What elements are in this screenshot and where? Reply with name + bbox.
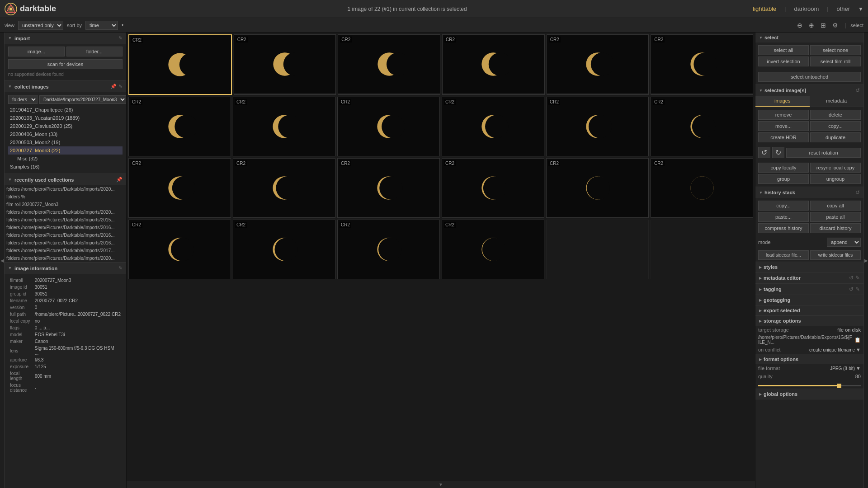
folder-item[interactable]: Misc (32): [8, 155, 123, 163]
invert-selection-btn[interactable]: invert selection: [758, 56, 809, 66]
recently-used-header[interactable]: ▼ recently used collections 📌: [5, 174, 126, 185]
recent-item[interactable]: folders /home/piero/Pictures/Darktable/I…: [5, 231, 126, 239]
image-cell[interactable]: CR2: [233, 97, 335, 156]
reset-rotation-btn[interactable]: reset rotation: [786, 148, 861, 158]
recent-item[interactable]: folders /home/piero/Pictures/Darktable/I…: [5, 254, 126, 262]
recent-item[interactable]: folders /home/piero/Pictures/Darktable/I…: [5, 185, 126, 193]
collect-header[interactable]: ▼ collect images 📌 ✎: [5, 81, 126, 92]
image-cell[interactable]: CR2: [442, 158, 544, 218]
recent-item[interactable]: folders %: [5, 193, 126, 201]
move-btn[interactable]: move...: [758, 121, 809, 131]
format-options-header[interactable]: ▶ format options: [755, 354, 863, 364]
image-cell[interactable]: CR2: [546, 97, 649, 156]
create-hdr-btn[interactable]: create HDR: [758, 132, 809, 142]
import-header[interactable]: ▼ import ✎: [5, 33, 126, 44]
image-cell[interactable]: CR2: [337, 97, 440, 156]
zoom-out-btn[interactable]: ⊖: [795, 21, 804, 30]
tagging-header[interactable]: ▶ tagging ↺ ✎: [755, 284, 863, 295]
quality-slider[interactable]: [758, 385, 861, 386]
image-cell[interactable]: CR2: [651, 97, 753, 156]
discard-history-btn[interactable]: discard history: [810, 223, 861, 233]
tab-images[interactable]: images: [755, 96, 810, 107]
remove-btn[interactable]: remove: [758, 110, 809, 120]
select-all-btn[interactable]: select all: [758, 45, 809, 55]
selected-images-header[interactable]: ▼ selected image[s] ↺: [755, 85, 863, 96]
group-btn[interactable]: group: [758, 174, 809, 184]
paste-btn[interactable]: paste...: [758, 212, 809, 222]
bottom-arrow[interactable]: ▼: [127, 481, 755, 488]
image-cell[interactable]: CR2: [233, 158, 335, 218]
recent-item[interactable]: folders /home/piero/Pictures/Darktable/I…: [5, 247, 126, 254]
sort-dropdown[interactable]: time filename rating: [85, 21, 118, 30]
copy-all-btn[interactable]: copy all: [810, 201, 861, 211]
rotate-left-btn[interactable]: ↺: [758, 147, 770, 158]
history-stack-header[interactable]: ▼ history stack ↺: [755, 187, 863, 198]
import-image-btn[interactable]: image...: [8, 47, 65, 56]
select-film-roll-btn[interactable]: select film roll: [810, 56, 861, 66]
nav-other[interactable]: other: [833, 4, 854, 14]
image-cell[interactable]: CR2: [128, 34, 232, 95]
select-untouched-btn[interactable]: select untouched: [758, 72, 861, 82]
image-cell[interactable]: CR2: [547, 34, 649, 95]
metadata-editor-header[interactable]: ▶ metadata editor ↺ ✎: [755, 272, 863, 283]
copy-history-btn[interactable]: copy...: [758, 201, 809, 211]
recent-item[interactable]: folders /home/piero/Pictures/Darktable/I…: [5, 239, 126, 247]
image-cell[interactable]: [546, 220, 649, 279]
recent-item[interactable]: folders /home/piero/Pictures/Darktable/I…: [5, 216, 126, 224]
image-cell[interactable]: CR2: [233, 220, 335, 279]
folder-item[interactable]: 20200129_Clavius2020 (25): [8, 122, 123, 130]
image-cell[interactable]: CR2: [442, 220, 544, 279]
rotate-right-btn[interactable]: ↻: [772, 147, 784, 158]
geotagging-header[interactable]: ▶ geotagging: [755, 295, 863, 305]
image-cell[interactable]: [651, 220, 753, 279]
image-cell[interactable]: CR2: [651, 34, 753, 95]
left-collapse-btn[interactable]: ◀: [0, 33, 5, 488]
image-cell[interactable]: CR2: [651, 158, 753, 218]
ungroup-btn[interactable]: ungroup: [810, 174, 861, 184]
file-format-dropdown-icon[interactable]: ▼: [856, 366, 861, 371]
filter-dropdown[interactable]: unstarred only all starred rejected: [18, 21, 63, 30]
tab-metadata[interactable]: metadata: [810, 96, 864, 107]
copy-btn[interactable]: copy...: [810, 121, 861, 131]
collect-type-dropdown[interactable]: folders film roll tags: [8, 95, 38, 104]
image-cell[interactable]: CR2: [234, 34, 336, 95]
image-cell[interactable]: CR2: [128, 220, 231, 279]
duplicate-btn[interactable]: duplicate: [810, 132, 861, 142]
import-folder-btn[interactable]: folder...: [66, 47, 123, 56]
grid-view-btn[interactable]: ⊞: [819, 21, 828, 30]
compress-history-btn[interactable]: compress history: [758, 223, 809, 233]
settings-btn[interactable]: ⚙: [830, 21, 840, 30]
folder-item[interactable]: 20190417_Chapultepec (26): [8, 106, 123, 114]
folder-item[interactable]: 20200406_Moon (33): [8, 130, 123, 138]
export-header[interactable]: ▶ export selected: [755, 305, 863, 315]
image-cell[interactable]: CR2: [128, 97, 231, 156]
image-cell[interactable]: CR2: [128, 158, 231, 218]
paste-all-btn[interactable]: paste all: [810, 212, 861, 222]
mode-dropdown[interactable]: append overwrite: [827, 238, 861, 247]
nav-dropdown-icon[interactable]: ▼: [858, 6, 863, 12]
resync-local-btn[interactable]: resync local copy: [810, 163, 861, 173]
recent-item[interactable]: folders /home/piero/Pictures/Darktable/I…: [5, 224, 126, 231]
select-none-btn[interactable]: select none: [810, 45, 861, 55]
recent-item[interactable]: film roll 20200727_Moon3: [5, 201, 126, 208]
zoom-in-btn[interactable]: ⊕: [807, 21, 816, 30]
folder-item[interactable]: 20200503_Moon2 (19): [8, 138, 123, 146]
nav-lighttable[interactable]: lighttable: [749, 4, 780, 14]
folder-item[interactable]: 20200103_Yucatan2019 (1889): [8, 114, 123, 122]
image-cell[interactable]: CR2: [442, 97, 544, 156]
storage-options-header[interactable]: ▶ storage options: [755, 316, 863, 326]
image-cell[interactable]: CR2: [442, 34, 545, 95]
select-section-header[interactable]: ▼ select: [755, 33, 863, 42]
folder-item[interactable]: 20200727_Moon3 (22): [8, 146, 123, 155]
image-cell[interactable]: CR2: [546, 158, 649, 218]
copy-locally-btn[interactable]: copy locally: [758, 163, 809, 173]
scan-devices-btn[interactable]: scan for devices: [8, 59, 123, 69]
storage-path-icon[interactable]: 📋: [854, 337, 861, 343]
styles-header[interactable]: ▶ styles: [755, 262, 863, 272]
image-cell[interactable]: CR2: [338, 34, 440, 95]
delete-btn[interactable]: delete: [810, 110, 861, 120]
image-info-header[interactable]: ▼ image information ✎: [5, 263, 126, 274]
collect-path-dropdown[interactable]: Darktable/Imports/20200727_Moon3: [39, 95, 127, 104]
nav-darkroom[interactable]: darkroom: [790, 4, 822, 14]
write-sidecar-btn[interactable]: write sidecar files: [810, 250, 861, 260]
